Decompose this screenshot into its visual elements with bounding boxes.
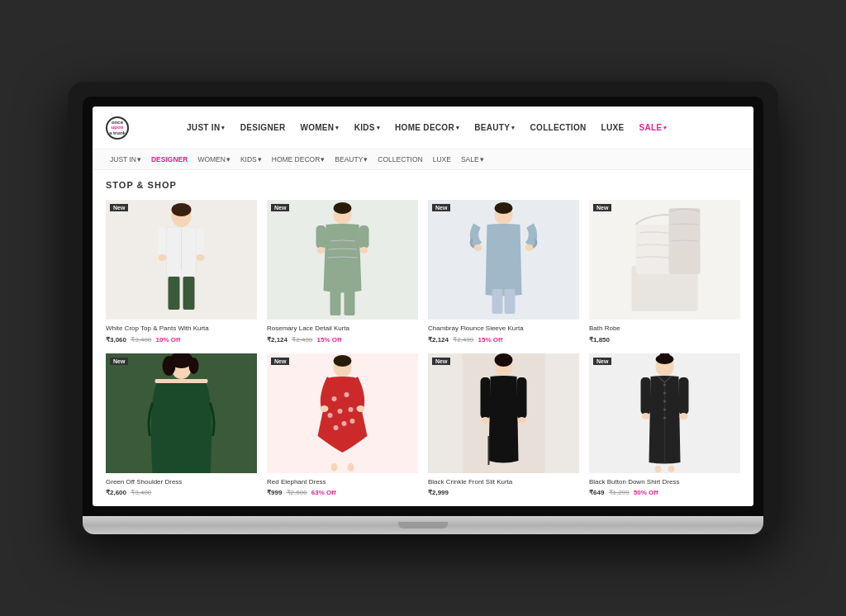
- svg-rect-66: [679, 377, 689, 415]
- svg-point-1: [172, 203, 192, 216]
- svg-point-37: [345, 392, 349, 397]
- product-price-5: ₹2,600 ₹3,400: [106, 489, 257, 496]
- svg-point-9: [197, 254, 205, 261]
- product-image-wrap-5: New: [106, 353, 257, 473]
- product-badge-7: New: [432, 358, 450, 365]
- svg-point-42: [334, 425, 339, 430]
- svg-point-15: [360, 247, 368, 254]
- nav-home-decor-arrow: ▾: [456, 125, 459, 131]
- sub-nav-home-decor-arrow: ▾: [321, 155, 325, 163]
- svg-rect-13: [359, 225, 369, 249]
- svg-point-41: [342, 421, 347, 426]
- sub-nav-luxe[interactable]: LUXE: [429, 154, 455, 165]
- product-card-1[interactable]: New White Crop Top & Pants With Kurta ₹3…: [106, 200, 257, 343]
- products-grid: New White Crop Top & Pants With Kurta ₹3…: [106, 200, 740, 496]
- sub-nav-sale[interactable]: SALE ▾: [457, 154, 488, 165]
- nav-designer[interactable]: DESIGNER: [234, 120, 292, 135]
- price-current-6: ₹999: [267, 489, 282, 496]
- product-image-wrap-3: New: [428, 200, 579, 320]
- price-original-3: ₹2,499: [453, 336, 473, 344]
- price-discount-3: 15% Off: [478, 336, 503, 344]
- main-content: STOP & SHOP: [93, 170, 753, 506]
- svg-point-54: [518, 417, 526, 424]
- svg-rect-65: [641, 377, 651, 415]
- nav-luxe[interactable]: LUXE: [595, 120, 631, 135]
- sub-nav-kids[interactable]: KIDS ▾: [236, 154, 266, 165]
- svg-point-40: [328, 413, 333, 418]
- sub-nav-collection[interactable]: COLLECTION: [373, 154, 426, 165]
- svg-point-43: [350, 419, 355, 424]
- price-current-4: ₹1,850: [589, 336, 610, 344]
- svg-point-46: [331, 463, 338, 471]
- price-current-7: ₹2,999: [428, 489, 449, 496]
- sub-nav-sale-arrow: ▾: [480, 155, 484, 163]
- svg-point-64: [663, 416, 666, 419]
- product-badge-2: New: [271, 204, 289, 211]
- logo[interactable]: once upon a trunk: [106, 116, 164, 140]
- svg-point-11: [334, 202, 352, 214]
- svg-rect-52: [517, 377, 527, 419]
- top-navigation: once upon a trunk JUST IN ▾ DESIGNER WOM…: [93, 107, 753, 149]
- product-price-1: ₹3,060 ₹3,400 10% Off: [106, 336, 257, 344]
- price-discount-6: 63% Off: [311, 489, 336, 496]
- price-current-8: ₹649: [589, 489, 604, 496]
- nav-just-in[interactable]: JUST IN ▾: [180, 120, 232, 135]
- svg-point-69: [655, 466, 662, 472]
- product-card-4[interactable]: New Bath Robe ₹1,850: [589, 200, 740, 343]
- nav-beauty[interactable]: BEAUTY ▾: [468, 120, 521, 135]
- price-current-1: ₹3,060: [106, 336, 126, 344]
- sub-nav-kids-arrow: ▾: [258, 155, 262, 163]
- svg-rect-4: [169, 277, 180, 310]
- nav-sale[interactable]: SALE ▾: [632, 120, 673, 135]
- product-card-6[interactable]: New Red Elephant Dress ₹999 ₹2,600 63% O…: [267, 353, 418, 496]
- product-name-2: Rosemary Lace Detail Kurta: [267, 325, 418, 333]
- price-current-2: ₹2,124: [267, 336, 288, 344]
- product-badge-6: New: [271, 358, 289, 365]
- sub-nav-home-decor[interactable]: HOME DECOR ▾: [268, 154, 330, 165]
- svg-point-31: [189, 358, 199, 374]
- nav-home-decor[interactable]: HOME DECOR ▾: [388, 120, 466, 135]
- product-card-8[interactable]: New Black Button Down Shirt Dress ₹649 ₹…: [589, 353, 740, 496]
- svg-point-14: [317, 247, 326, 254]
- laptop-notch: [398, 522, 448, 528]
- sub-nav-beauty[interactable]: BEAUTY ▾: [330, 154, 372, 165]
- product-badge-8: New: [593, 358, 611, 365]
- sub-nav-women[interactable]: WOMEN ▾: [193, 154, 235, 165]
- product-name-1: White Crop Top & Pants With Kurta: [106, 325, 257, 333]
- svg-rect-32: [155, 379, 208, 383]
- price-original-8: ₹1,299: [609, 489, 630, 496]
- nav-kids[interactable]: KIDS ▾: [348, 120, 387, 135]
- svg-point-35: [334, 355, 352, 367]
- nav-collection[interactable]: COLLECTION: [524, 120, 593, 135]
- product-card-5[interactable]: New Green Off Shoulder Dress ₹2,600 ₹3,4…: [106, 353, 257, 496]
- sub-nav-designer[interactable]: DESIGNER: [147, 154, 192, 165]
- svg-point-50: [495, 353, 513, 367]
- nav-women[interactable]: WOMEN ▾: [293, 120, 345, 135]
- svg-point-38: [338, 409, 343, 414]
- svg-rect-17: [345, 287, 355, 315]
- svg-point-70: [668, 466, 675, 472]
- product-image-wrap-8: New: [589, 353, 740, 473]
- svg-rect-16: [330, 287, 341, 315]
- product-card-2[interactable]: New Rosemary Lace Detail Kurta ₹2,124 ₹2…: [267, 200, 418, 343]
- product-card-3[interactable]: New Chambray Flounce Sleeve Kurta ₹2,124…: [428, 200, 579, 343]
- price-original-2: ₹2,499: [292, 336, 312, 344]
- sub-nav-just-in[interactable]: JUST IN ▾: [106, 154, 145, 165]
- price-discount-1: 10% Off: [156, 336, 181, 344]
- nav-just-in-arrow: ▾: [221, 125, 225, 131]
- price-original-6: ₹2,600: [287, 489, 307, 496]
- svg-point-44: [321, 405, 329, 412]
- svg-rect-23: [505, 289, 516, 314]
- product-name-4: Bath Robe: [589, 325, 740, 333]
- sub-nav-women-arrow: ▾: [226, 155, 231, 163]
- product-name-5: Green Off Shoulder Dress: [106, 478, 257, 486]
- svg-point-67: [642, 413, 650, 419]
- nav-beauty-arrow: ▾: [511, 125, 515, 131]
- product-badge-3: New: [432, 204, 450, 211]
- svg-point-68: [680, 413, 688, 419]
- nav-kids-arrow: ▾: [377, 125, 380, 131]
- svg-point-36: [332, 396, 337, 401]
- product-card-7[interactable]: New Black Crinkle Front Slit Kurta ₹2,99…: [428, 353, 579, 496]
- price-discount-8: 50% Off: [634, 489, 658, 496]
- screen: once upon a trunk JUST IN ▾ DESIGNER WOM…: [93, 107, 753, 506]
